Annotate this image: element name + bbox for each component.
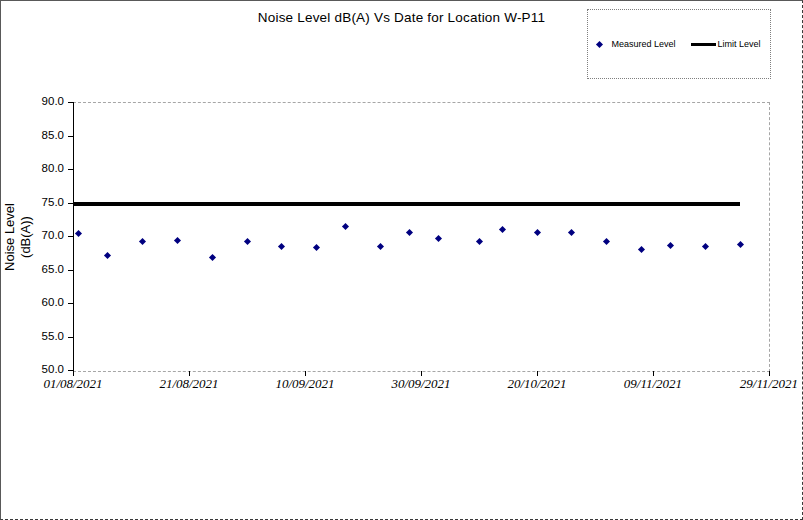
- y-tick-label: 75.0: [19, 196, 64, 208]
- legend-item-measured: Measured Level: [597, 39, 675, 49]
- data-point: [342, 223, 349, 230]
- y-tick-mark: [68, 236, 73, 237]
- data-point: [209, 254, 216, 261]
- data-point: [243, 238, 250, 245]
- x-tick-label: 20/10/2021: [491, 376, 583, 392]
- y-tick-mark: [68, 270, 73, 271]
- data-point: [667, 242, 674, 249]
- y-tick-label: 80.0: [19, 162, 64, 174]
- x-tick-label: 29/11/2021: [723, 376, 803, 392]
- line-marker-icon: [691, 43, 716, 46]
- data-point: [139, 237, 146, 244]
- legend-limit-label: Limit Level: [718, 39, 761, 49]
- legend-measured-label: Measured Level: [611, 39, 675, 49]
- x-tick-label: 09/11/2021: [607, 376, 699, 392]
- data-point: [475, 238, 482, 245]
- data-point: [603, 238, 610, 245]
- x-tick-label: 21/08/2021: [143, 376, 235, 392]
- y-tick-label: 85.0: [19, 129, 64, 141]
- diamond-marker-icon: [596, 40, 603, 47]
- y-tick-label: 50.0: [19, 363, 64, 375]
- y-tick-label: 60.0: [19, 296, 64, 308]
- y-tick-mark: [68, 169, 73, 170]
- legend: Measured Level Limit Level: [587, 9, 771, 79]
- x-tick-label: 01/08/2021: [27, 376, 119, 392]
- data-point: [104, 252, 111, 259]
- y-tick-mark: [68, 303, 73, 304]
- data-point: [406, 229, 413, 236]
- y-tick-label: 70.0: [19, 229, 64, 241]
- chart-frame: Noise Level dB(A) Vs Date for Location W…: [0, 0, 803, 520]
- x-tick-label: 30/09/2021: [375, 376, 467, 392]
- y-tick-mark: [68, 203, 73, 204]
- data-point: [174, 237, 181, 244]
- data-point: [75, 230, 82, 237]
- y-axis-line: [73, 102, 74, 374]
- plot-area: [73, 102, 770, 372]
- data-point: [313, 244, 320, 251]
- data-point: [377, 243, 384, 250]
- data-point: [533, 229, 540, 236]
- limit-line: [73, 202, 740, 206]
- x-tick-label: 10/09/2021: [259, 376, 351, 392]
- y-tick-mark: [68, 102, 73, 103]
- data-point: [702, 243, 709, 250]
- y-tick-label: 55.0: [19, 330, 64, 342]
- data-point: [499, 226, 506, 233]
- data-point: [435, 235, 442, 242]
- y-axis-title-line1: Noise Level: [2, 170, 18, 304]
- data-point: [568, 229, 575, 236]
- legend-item-limit: Limit Level: [691, 39, 761, 49]
- data-point: [278, 243, 285, 250]
- y-tick-label: 90.0: [19, 95, 64, 107]
- y-tick-label: 65.0: [19, 263, 64, 275]
- y-tick-mark: [68, 136, 73, 137]
- data-point: [736, 241, 743, 248]
- y-tick-mark: [68, 337, 73, 338]
- data-point: [638, 246, 645, 253]
